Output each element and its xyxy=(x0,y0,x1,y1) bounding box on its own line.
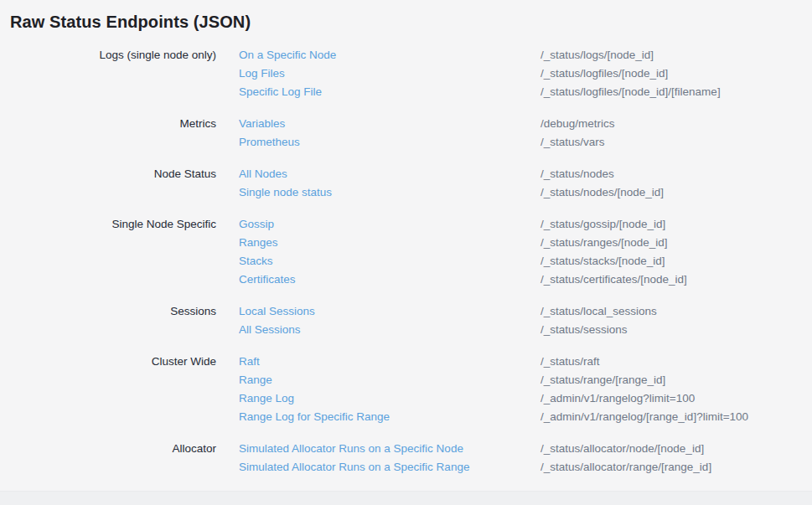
endpoint-group: Sessions Local SessionsAll Sessions /_st… xyxy=(0,302,812,339)
endpoint-group: Logs (single node only) On a Specific No… xyxy=(0,46,812,101)
endpoint-category-label: Single Node Specific xyxy=(0,215,239,234)
endpoint-links-column: Local SessionsAll Sessions xyxy=(239,302,540,339)
endpoint-link[interactable]: All Nodes xyxy=(239,165,540,183)
endpoint-path: /_status/allocator/range/[range_id] xyxy=(540,458,812,477)
endpoint-paths-column: /_status/logs/[node_id]/_status/logfiles… xyxy=(540,46,812,101)
endpoint-paths-column: /_status/local_sessions/_status/sessions xyxy=(540,302,812,339)
endpoint-path: /_status/range/[range_id] xyxy=(540,371,812,389)
endpoint-path: /_status/stacks/[node_id] xyxy=(540,252,812,271)
endpoint-category-label: Metrics xyxy=(0,115,239,133)
endpoint-category-label: Cluster Wide xyxy=(0,353,239,371)
endpoint-path: /_status/raft xyxy=(540,353,812,371)
endpoint-link[interactable]: Log Files xyxy=(239,64,540,83)
endpoint-group: Single Node Specific GossipRangesStacksC… xyxy=(0,215,812,289)
endpoint-path: /_status/logfiles/[node_id] xyxy=(540,64,812,83)
endpoint-category-label: Sessions xyxy=(0,302,239,321)
endpoint-path: /_status/allocator/node/[node_id] xyxy=(540,440,812,458)
endpoint-link[interactable]: Certificates xyxy=(239,271,540,289)
endpoint-category-label: Logs (single node only) xyxy=(0,46,239,64)
endpoint-category-label: Node Status xyxy=(0,165,239,183)
endpoint-link[interactable]: On a Specific Node xyxy=(239,46,540,64)
endpoint-link[interactable]: Prometheus xyxy=(239,133,540,152)
endpoint-path: /_status/logfiles/[node_id]/[filename] xyxy=(540,83,812,101)
endpoint-link[interactable]: Specific Log File xyxy=(239,83,540,101)
endpoint-link[interactable]: Simulated Allocator Runs on a Specific R… xyxy=(239,458,540,477)
endpoint-link[interactable]: Range Log for Specific Range xyxy=(239,408,540,426)
endpoint-link[interactable]: Ranges xyxy=(239,234,540,252)
endpoint-table: Logs (single node only) On a Specific No… xyxy=(0,46,812,477)
endpoint-links-column: All NodesSingle node status xyxy=(239,165,540,202)
endpoint-path: /_status/nodes xyxy=(540,165,812,183)
endpoint-link[interactable]: All Sessions xyxy=(239,321,540,339)
endpoint-links-column: VariablesPrometheus xyxy=(239,115,540,152)
endpoint-links-column: On a Specific NodeLog FilesSpecific Log … xyxy=(239,46,540,101)
endpoint-path: /_status/ranges/[node_id] xyxy=(540,234,812,252)
endpoint-path: /_status/vars xyxy=(540,133,812,152)
endpoint-category-label: Allocator xyxy=(0,440,239,458)
endpoint-link[interactable]: Local Sessions xyxy=(239,302,540,321)
endpoint-group: Metrics VariablesPrometheus /debug/metri… xyxy=(0,115,812,152)
endpoint-path: /_status/logs/[node_id] xyxy=(540,46,812,64)
endpoint-links-column: Simulated Allocator Runs on a Specific N… xyxy=(239,440,540,477)
endpoint-links-column: GossipRangesStacksCertificates xyxy=(239,215,540,289)
footer-strip xyxy=(0,491,812,505)
page-title: Raw Status Endpoints (JSON) xyxy=(0,0,812,33)
endpoint-link[interactable]: Range xyxy=(239,371,540,389)
endpoint-link[interactable]: Stacks xyxy=(239,252,540,271)
endpoint-path: /_status/sessions xyxy=(540,321,812,339)
endpoint-link[interactable]: Raft xyxy=(239,353,540,371)
endpoint-path: /_status/nodes/[node_id] xyxy=(540,183,812,202)
endpoint-path: /_status/local_sessions xyxy=(540,302,812,321)
endpoint-link[interactable]: Single node status xyxy=(239,183,540,202)
endpoint-path: /_admin/v1/rangelog/[range_id]?limit=100 xyxy=(540,408,812,426)
endpoint-paths-column: /_status/allocator/node/[node_id]/_statu… xyxy=(540,440,812,477)
endpoint-paths-column: /_status/raft/_status/range/[range_id]/_… xyxy=(540,353,812,426)
endpoint-group: Node Status All NodesSingle node status … xyxy=(0,165,812,202)
endpoint-paths-column: /_status/nodes/_status/nodes/[node_id] xyxy=(540,165,812,202)
endpoint-paths-column: /debug/metrics/_status/vars xyxy=(540,115,812,152)
endpoint-paths-column: /_status/gossip/[node_id]/_status/ranges… xyxy=(540,215,812,289)
endpoint-path: /_status/gossip/[node_id] xyxy=(540,215,812,234)
endpoint-links-column: RaftRangeRange LogRange Log for Specific… xyxy=(239,353,540,426)
endpoint-path: /debug/metrics xyxy=(540,115,812,133)
endpoint-link[interactable]: Gossip xyxy=(239,215,540,234)
endpoint-link[interactable]: Simulated Allocator Runs on a Specific N… xyxy=(239,440,540,458)
endpoint-link[interactable]: Variables xyxy=(239,115,540,133)
endpoint-path: /_admin/v1/rangelog?limit=100 xyxy=(540,389,812,408)
endpoint-link[interactable]: Range Log xyxy=(239,389,540,408)
endpoint-group: Allocator Simulated Allocator Runs on a … xyxy=(0,440,812,477)
endpoint-path: /_status/certificates/[node_id] xyxy=(540,271,812,289)
endpoint-group: Cluster Wide RaftRangeRange LogRange Log… xyxy=(0,353,812,426)
